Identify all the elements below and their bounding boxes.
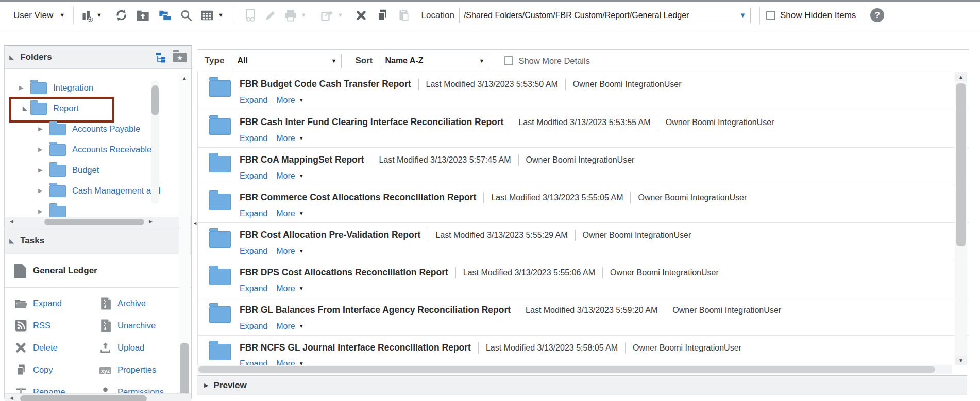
more-link[interactable]: More [276, 96, 295, 105]
search-icon[interactable] [179, 9, 193, 22]
more-caret-icon[interactable]: ▼ [299, 286, 304, 291]
folders-panel-header[interactable]: ◢ Folders ★ [5, 45, 191, 69]
more-link[interactable]: More [276, 247, 295, 256]
folder-tree-node[interactable]: ▶ Integration [5, 77, 191, 98]
item-title[interactable]: FBR CoA MappingSet Report [240, 154, 364, 165]
task-action-label[interactable]: Upload [117, 343, 144, 353]
tasks-horizontal-scrollbar[interactable]: ◄ [5, 393, 191, 401]
list-view-caret-icon[interactable]: ▼ [218, 12, 224, 18]
more-link[interactable]: More [276, 171, 295, 181]
more-link[interactable]: More [276, 209, 295, 218]
scrollbar-thumb[interactable] [180, 343, 189, 396]
task-action-label[interactable]: Archive [117, 299, 146, 308]
more-link[interactable]: More [276, 359, 295, 365]
expand-link[interactable]: Expand [240, 96, 267, 105]
list-horizontal-scrollbar[interactable] [197, 365, 952, 374]
task-action[interactable]: Upload [98, 339, 191, 356]
expand-link[interactable]: Expand [240, 171, 267, 181]
scroll-right-icon[interactable]: ► [148, 219, 154, 224]
location-caret-icon[interactable]: ▼ [739, 11, 746, 19]
more-caret-icon[interactable]: ▼ [299, 361, 304, 365]
task-action-label[interactable]: RSS [33, 321, 50, 330]
task-action[interactable]: Unarchive [98, 317, 191, 334]
tasks-panel-header[interactable]: ◢ Tasks [5, 228, 191, 254]
folders-collapse-icon[interactable]: ◢ [9, 54, 14, 60]
tree-node-toggle-icon[interactable]: ▶ [19, 85, 27, 91]
task-action-label[interactable]: Unarchive [117, 321, 156, 330]
scroll-left-icon[interactable]: ◄ [9, 219, 14, 224]
expand-link[interactable]: Expand [240, 209, 267, 218]
delete-x-icon[interactable] [354, 9, 368, 22]
list-view-icon[interactable] [200, 9, 214, 22]
task-action[interactable]: Copy [14, 361, 98, 378]
show-more-details-checkbox[interactable] [504, 56, 513, 65]
more-caret-icon[interactable]: ▼ [299, 136, 304, 141]
item-title[interactable]: FBR GL Balances From Interface Agency Re… [240, 305, 511, 316]
item-title[interactable]: FBR NCFS GL Journal Interface Reconcilia… [240, 342, 471, 353]
task-action[interactable]: Expand [14, 295, 98, 312]
scroll-down-icon[interactable]: ▼ [955, 356, 967, 365]
folder-name[interactable]: Accounts Receivable [72, 145, 151, 154]
preview-bar[interactable]: ▶ Preview [197, 375, 967, 395]
sort-select[interactable]: Name A-Z ▼ [380, 54, 489, 68]
tree-node-toggle-icon[interactable]: ▶ [38, 188, 46, 194]
sidebar-vertical-scrollbar[interactable]: ▲ [179, 73, 190, 397]
expand-link[interactable]: Expand [240, 134, 267, 143]
more-caret-icon[interactable]: ▼ [299, 324, 304, 329]
item-title[interactable]: FBR DPS Cost Allocations Reconciliation … [240, 267, 448, 278]
folder-name[interactable]: Accounts Payable [72, 124, 140, 134]
collapse-tree-icon[interactable] [155, 51, 166, 63]
more-caret-icon[interactable]: ▼ [299, 249, 304, 254]
task-action[interactable]: Delete [14, 339, 98, 356]
folder-tree-node[interactable]: ▶ Cash Management and [5, 180, 191, 201]
preview-expand-icon[interactable]: ▶ [204, 382, 208, 389]
location-dropdown[interactable]: /Shared Folders/Custom/FBR Custom/Report… [459, 8, 751, 23]
refresh-icon[interactable] [114, 8, 128, 22]
scrollbar-thumb[interactable] [198, 366, 935, 373]
copy-pages-icon[interactable] [376, 8, 389, 22]
more-caret-icon[interactable]: ▼ [299, 173, 304, 179]
tree-node-toggle-icon[interactable]: ▶ [38, 147, 46, 152]
scrollbar-thumb[interactable] [151, 85, 159, 115]
expand-link[interactable]: Expand [240, 322, 267, 331]
folder-name[interactable]: Report [53, 103, 79, 113]
item-title[interactable]: FBR Cost Allocation Pre-Validation Repor… [240, 230, 420, 240]
favorites-folder-icon[interactable]: ★ [173, 53, 187, 62]
upload-folder-icon[interactable] [136, 9, 150, 22]
copy-folders-icon[interactable] [158, 9, 173, 22]
task-action-label[interactable]: Expand [33, 299, 62, 308]
folder-name[interactable]: Integration [53, 83, 93, 93]
more-caret-icon[interactable]: ▼ [299, 211, 304, 216]
scroll-left-icon[interactable]: ◄ [9, 395, 14, 401]
user-view-caret-icon[interactable]: ▼ [59, 12, 65, 18]
type-select[interactable]: All ▼ [232, 54, 342, 68]
user-view-dropdown[interactable]: User View [13, 10, 53, 21]
expand-link[interactable]: Expand [240, 247, 267, 256]
folder-tree-node[interactable]: ▶ Accounts Receivable [5, 139, 191, 160]
task-action[interactable]: RSS [14, 317, 98, 334]
scroll-up-icon[interactable]: ▲ [179, 73, 190, 83]
tree-node-toggle-icon[interactable]: ▶ [38, 208, 46, 214]
show-hidden-checkbox[interactable] [766, 11, 775, 20]
task-action-label[interactable]: Delete [33, 343, 58, 353]
task-action-label[interactable]: Copy [33, 365, 53, 375]
task-action[interactable]: Archive [98, 295, 191, 312]
folder-name[interactable]: Budget [72, 165, 99, 175]
sort-caret-icon[interactable]: ▼ [479, 58, 485, 64]
item-title[interactable]: FBR Commerce Cost Allocations Reconcilia… [240, 192, 476, 203]
tree-node-toggle-icon[interactable]: ▶ [38, 126, 46, 132]
folder-tree-node[interactable]: ◢ Report [5, 98, 191, 118]
item-title[interactable]: FBR Cash Inter Fund Clearing Interface R… [240, 117, 503, 128]
item-title[interactable]: FBR Budget Code Cash Transfer Report [240, 79, 411, 90]
scrollbar-thumb[interactable] [956, 83, 966, 246]
type-caret-icon[interactable]: ▼ [331, 58, 337, 64]
folder-tree-node[interactable]: ▶ [5, 201, 191, 217]
task-action-label[interactable]: Properties [117, 365, 156, 375]
folders-horizontal-scrollbar[interactable]: ◄ ► [5, 217, 191, 228]
more-link[interactable]: More [276, 284, 295, 293]
expand-link[interactable]: Expand [240, 359, 267, 365]
expand-link[interactable]: Expand [240, 284, 267, 293]
more-link[interactable]: More [276, 322, 295, 331]
scroll-up-icon[interactable]: ▲ [955, 72, 967, 81]
tree-node-toggle-icon[interactable]: ◢ [19, 105, 27, 111]
